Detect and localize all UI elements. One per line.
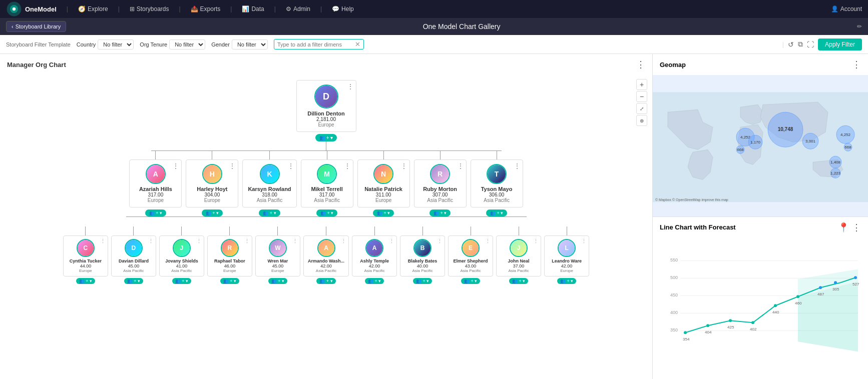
l3-expand-1[interactable]: 👥 + ▾ (124, 278, 143, 284)
l2-avatar-2: K (260, 164, 280, 184)
l2-menu-4[interactable]: ⋮ (400, 162, 407, 170)
l3-menu-7[interactable]: ⋮ (437, 238, 443, 244)
l3-name-4: Wren Mar (260, 258, 296, 264)
l3-menu-6[interactable]: ⋮ (389, 238, 394, 244)
l3-menu-0[interactable]: ⋮ (100, 238, 106, 244)
l3-menu-1[interactable]: ⋮ (148, 238, 154, 244)
filter-clear-button[interactable]: ✕ (355, 40, 360, 48)
l3-menu-9[interactable]: ⋮ (533, 238, 539, 244)
dp-label-2: 425 (727, 325, 734, 330)
l2-menu-6[interactable]: ⋮ (514, 162, 521, 170)
l2-card-3: ⋮ M Mikel Terrell 317.00 Asia Pacific (301, 160, 353, 208)
tenure-filter[interactable]: No filter (169, 40, 205, 50)
l2-expand-3[interactable]: 👥 + ▾ (316, 210, 337, 216)
l2-expand-0[interactable]: 👥 + ▾ (145, 210, 166, 216)
l3-expand-4[interactable]: 👥 + ▾ (268, 278, 287, 284)
l2-card-6: ⋮ T Tyson Mayo 306.00 Asia Pacific (471, 160, 523, 208)
l3-expand-8[interactable]: 👥 + ▾ (461, 278, 480, 284)
apply-filter-button[interactable]: Apply Filter (818, 38, 862, 50)
geomap-menu-button[interactable]: ⋮ (852, 59, 861, 70)
l3-expand-9[interactable]: 👥 + ▾ (509, 278, 528, 284)
nav-help[interactable]: 💬 Help (332, 6, 354, 12)
l3-menu-4[interactable]: ⋮ (292, 238, 298, 244)
l3-expand-10[interactable]: 👥 + ▾ (557, 278, 576, 284)
l3-name-6: Ashly Temple (356, 258, 392, 264)
logo[interactable]: OneModel (6, 1, 57, 17)
line-chart-pin-button[interactable]: 📍 (838, 222, 849, 233)
l2-name-6: Tyson Mayo (476, 186, 518, 192)
l3-menu-5[interactable]: ⋮ (341, 238, 346, 244)
right-panels: Geomap ⋮ (653, 54, 868, 379)
refresh-button[interactable]: ↺ (788, 40, 794, 48)
edit-button[interactable]: ✏ (857, 23, 862, 30)
l2-expand-6[interactable]: 👥 + ▾ (486, 210, 507, 216)
data-point-3 (751, 321, 754, 324)
l3-num-2: 41.00 (164, 264, 200, 268)
l3-expand-7[interactable]: 👥 + ▾ (413, 278, 432, 284)
org-chart-menu-button[interactable]: ⋮ (636, 59, 645, 70)
h-line-l3 (126, 216, 527, 217)
grid-icon: ⊞ (130, 6, 135, 12)
l3-region-8: Asia Pacific (453, 268, 489, 273)
l2-expand-1[interactable]: 👥 + ▾ (202, 210, 223, 216)
l3-avatar-2: J (173, 239, 191, 257)
l3-menu-10[interactable]: ⋮ (581, 238, 587, 244)
l2-num-6: 306.00 (476, 192, 518, 198)
nav-data[interactable]: 📊 Data (242, 6, 264, 12)
nav-admin[interactable]: ⚙ Admin (286, 6, 310, 12)
y-label-400: 400 (670, 310, 678, 315)
root-node-menu[interactable]: ⋮ (347, 82, 354, 90)
l3-expand-2[interactable]: 👥 + ▾ (172, 278, 191, 284)
nav-explore[interactable]: 🧭 Explore (78, 6, 108, 12)
zoom-in-button[interactable]: + (636, 79, 647, 90)
country-filter[interactable]: No filter (98, 40, 134, 50)
l2-region-1: Europe (191, 198, 233, 203)
nav-separator-1: | (67, 6, 68, 12)
l3-avatar-0: C (77, 239, 95, 257)
l2-menu-5[interactable]: ⋮ (457, 162, 464, 170)
people-icon: 👥 (319, 135, 325, 140)
l3-expand-5[interactable]: 👥 + ▾ (316, 278, 335, 284)
l2-node-3: ⋮ M Mikel Terrell 317.00 Asia Pacific 👥 … (301, 150, 353, 216)
zoom-fit-button[interactable]: ⤢ (636, 103, 647, 114)
l3-expand-6[interactable]: 👥 + ▾ (365, 278, 384, 284)
geo-label-8: 1,223 (830, 171, 841, 176)
line-chart-menu-button[interactable]: ⋮ (852, 222, 861, 233)
l3-expand-0[interactable]: 👥 + ▾ (76, 278, 95, 284)
l3-num-3: 46.00 (212, 264, 248, 268)
copy-button[interactable]: ⧉ (798, 40, 803, 48)
l2-menu-3[interactable]: ⋮ (344, 162, 351, 170)
filter-dimension-input-wrap: ✕ (274, 39, 364, 50)
back-button[interactable]: ‹ Storyboard Library (6, 21, 66, 32)
l2-expand-5[interactable]: 👥 + ▾ (429, 210, 451, 216)
l3-card-10: ⋮ L Leandro Ware 42.00 Europe (544, 236, 589, 276)
zoom-reset-button[interactable]: ⊕ (636, 115, 647, 126)
l3-menu-2[interactable]: ⋮ (196, 238, 202, 244)
l2-menu-0[interactable]: ⋮ (172, 162, 179, 170)
gender-filter[interactable]: No filter (232, 40, 268, 50)
l2-node-5: ⋮ R Ruby Morton 307.00 Asia Pacific 👥 + … (414, 150, 467, 216)
l2-menu-2[interactable]: ⋮ (287, 162, 294, 170)
settings-button[interactable]: ⛶ (807, 40, 814, 48)
nav-exports[interactable]: 📤 Exports (191, 6, 221, 12)
l3-expand-3[interactable]: 👥 + ▾ (220, 278, 239, 284)
filter-dimension-input[interactable] (277, 42, 353, 48)
nav-storyboards[interactable]: ⊞ Storyboards (130, 6, 169, 12)
account-menu[interactable]: 👤 Account (831, 6, 862, 12)
connector-v-l3-9 (519, 226, 519, 236)
root-expand-button[interactable]: 👥 + ▾ (315, 134, 337, 142)
l3-region-4: Europe (260, 268, 296, 273)
sub-header: ‹ Storyboard Library One Model Chart Gal… (0, 18, 868, 35)
l2-expand-4[interactable]: 👥 + ▾ (373, 210, 394, 216)
l3-card-2: ⋮ J Jovany Shields 41.00 Asia Pacific (159, 236, 204, 276)
l3-node-0: ⋮ C Cynthia Tucker 44.00 Europe 👥 + ▾ (63, 226, 108, 284)
zoom-out-button[interactable]: − (636, 91, 647, 102)
l2-expand-2[interactable]: 👥 + ▾ (259, 210, 280, 216)
l3-menu-3[interactable]: ⋮ (244, 238, 250, 244)
l2-menu-1[interactable]: ⋮ (229, 162, 236, 170)
l3-name-2: Jovany Shields (164, 258, 200, 264)
l3-node-8: ⋮ E Elmer Shepherd 43.00 Asia Pacific 👥 … (448, 226, 493, 284)
connector-v-l2-0 (155, 150, 156, 160)
l3-menu-8[interactable]: ⋮ (485, 238, 491, 244)
l2-avatar-5: R (430, 164, 450, 184)
